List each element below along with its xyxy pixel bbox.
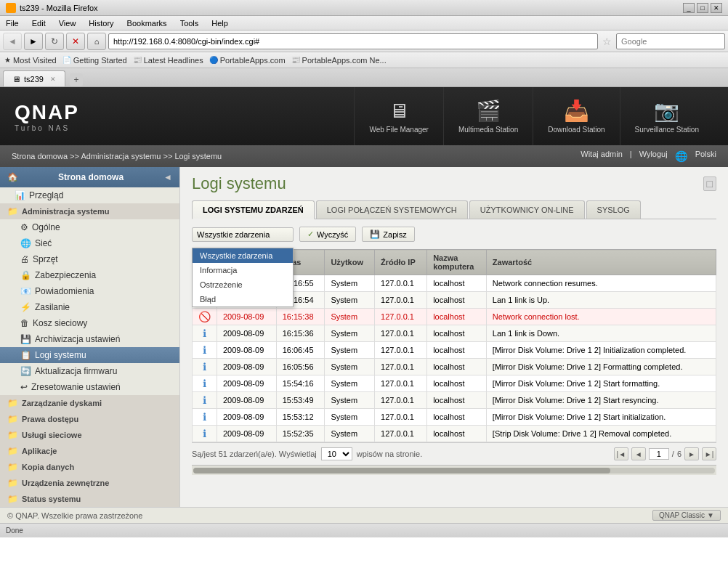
prev-page-btn[interactable]: ◄ [631, 447, 646, 460]
sidebar-collapse-btn[interactable]: ◄ [163, 172, 172, 182]
nav-surveillance-station[interactable]: 📷 Surveillance Station [620, 87, 713, 145]
filter-select[interactable]: Wszystkie zdarzenia Informacja Ostrzeżen… [192, 227, 294, 242]
sidebar-item-sprzet[interactable]: 🖨 Sprzęt [0, 251, 179, 267]
pagination-row: Są/jest 51 zdarzeń(a/e). Wyświetlaj 10 2… [192, 442, 716, 465]
portableapps-icon: 🔵 [209, 56, 218, 64]
logout-link[interactable]: Wyloguj [639, 150, 668, 163]
page-separator: / [672, 450, 674, 458]
maximize-btn[interactable]: □ [697, 3, 708, 13]
sidebar-section-uslugi[interactable]: 📁 Usługi sieciowe [0, 427, 179, 443]
menu-view[interactable]: View [56, 17, 79, 29]
tab-logi-zdarzen[interactable]: LOGI SYSTEMU ZDARZEŃ [192, 200, 315, 219]
next-page-btn[interactable]: ► [684, 447, 699, 460]
bookmark-portableapps-ne[interactable]: 📰 PortableApps.com Ne... [291, 56, 387, 65]
bookmark-latest-headlines[interactable]: 📰 Latest Headlines [133, 56, 203, 65]
menu-file[interactable]: File [3, 17, 22, 29]
sidebar-item-powiadomienia[interactable]: 📧 Powiadomienia [0, 283, 179, 299]
sidebar-section-aplikacje[interactable]: 📁 Aplikacje [0, 443, 179, 459]
home-btn[interactable]: ⌂ [87, 33, 106, 50]
search-input[interactable] [616, 33, 725, 49]
tab-syslog[interactable]: SYSLOG [586, 200, 641, 219]
maximize-window-btn[interactable]: □ [703, 176, 716, 191]
qnap-app: QNAP Turbo NAS 🖥 Web File Manager 🎬 Mult… [0, 87, 728, 523]
reload-btn[interactable]: ↻ [45, 33, 64, 50]
sidebar-section-status[interactable]: 📁 Status systemu [0, 491, 179, 507]
dropdown-item-info[interactable]: Informacja [193, 263, 293, 277]
bookmark-star-icon[interactable]: ☆ [602, 36, 612, 47]
sidebar-item-archiwizacja[interactable]: 💾 Archiwizacja ustawień [0, 331, 179, 347]
dropdown-item-error[interactable]: Błąd [193, 292, 293, 306]
dropdown-item-warn[interactable]: Ostrzeżenie [193, 277, 293, 292]
first-page-btn[interactable]: |◄ [614, 447, 628, 460]
sidebar-section-dyski[interactable]: 📁 Zarządzanie dyskami [0, 395, 179, 411]
folder-icon: 📁 [7, 478, 18, 488]
sidebar-section-kopia[interactable]: 📁 Kopia danych [0, 459, 179, 475]
save-btn[interactable]: 💾 Zapisz [362, 227, 414, 242]
sidebar-item-aktualizacja[interactable]: 🔄 Aktualizacja firmwaru [0, 363, 179, 379]
log-ip: 127.0.0.1 [375, 309, 427, 325]
sidebar-item-ogolne[interactable]: ⚙ Ogólne [0, 219, 179, 235]
tab-uzytkownicy[interactable]: UŻYTKOWNICY ON-LINE [469, 200, 585, 219]
back-btn[interactable]: ◄ [3, 33, 22, 50]
section-label: Zarządzanie dyskami [22, 399, 102, 407]
browser-statusbar: Done [0, 523, 728, 537]
log-user: System [325, 426, 375, 442]
menu-help[interactable]: Help [209, 17, 231, 29]
log-host: localhost [427, 325, 487, 342]
menu-bookmarks[interactable]: Bookmarks [124, 17, 170, 29]
log-ip: 127.0.0.1 [375, 375, 427, 392]
sidebar-item-logi[interactable]: 📋 Logi systemu [0, 347, 179, 363]
main-content: Logi systemu □ LOGI SYSTEMU ZDARZEŃ LOGI… [180, 167, 728, 507]
qnap-header: QNAP Turbo NAS 🖥 Web File Manager 🎬 Mult… [0, 87, 728, 145]
table-row: 🚫 2009-08-09 16:15:38 System 127.0.0.1 l… [193, 309, 716, 325]
tab-label: ts239 [24, 75, 44, 84]
last-page-btn[interactable]: ►| [702, 447, 716, 460]
dropdown-item-all[interactable]: Wszystkie zdarzenia [193, 248, 293, 263]
nav-multimedia-station[interactable]: 🎬 Multimedia Station [443, 87, 533, 145]
qnap-classic-btn[interactable]: QNAP Classic ▼ [652, 510, 721, 521]
log-user: System [325, 325, 375, 342]
home-icon: 🏠 [7, 172, 18, 182]
forward-btn[interactable]: ► [24, 33, 43, 50]
page-size-select[interactable]: 10 25 50 [321, 447, 352, 460]
sidebar-item-siec[interactable]: 🌐 Sieć [0, 235, 179, 251]
sidebar-item-zasilanie[interactable]: ⚡ Zasilanie [0, 299, 179, 315]
log-date: 2009-08-09 [217, 426, 277, 442]
nav-download-station[interactable]: 📥 Download Station [533, 87, 619, 145]
log-content: Network connection lost. [486, 309, 716, 325]
address-bar[interactable] [108, 33, 598, 49]
tab-logi-polaczen[interactable]: LOGI POŁĄCZEŃ SYSTEMOWYCH [316, 200, 468, 219]
sidebar-item-przeglad[interactable]: 📊 Przegląd [0, 187, 179, 203]
sidebar-item-kosz[interactable]: 🗑 Kosz sieciowy [0, 315, 179, 331]
col-content: Zawartość [486, 250, 716, 275]
horizontal-scrollbar[interactable] [192, 465, 716, 475]
bookmark-most-visited[interactable]: ★ Most Visited [4, 56, 57, 65]
tab-bar: LOGI SYSTEMU ZDARZEŃ LOGI POŁĄCZEŃ SYSTE… [192, 200, 716, 219]
sidebar-section-admin[interactable]: 📁 Administracja systemu [0, 203, 179, 219]
tab-close-icon[interactable]: ✕ [50, 76, 56, 83]
log-ip: 127.0.0.1 [375, 409, 427, 426]
close-btn[interactable]: ✕ [711, 3, 722, 13]
nav-web-file-manager[interactable]: 🖥 Web File Manager [354, 87, 443, 145]
new-tab-btn[interactable]: + [70, 73, 83, 86]
sidebar-section-prawa[interactable]: 📁 Prawa dostępu [0, 411, 179, 427]
page-number-input[interactable] [649, 448, 669, 460]
sidebar-item-zabezpieczenia[interactable]: 🔒 Zabezpieczenia [0, 267, 179, 283]
log-content: [Mirror Disk Volume: Drive 1 2] Initiali… [486, 342, 716, 359]
minimize-btn[interactable]: _ [683, 3, 695, 13]
lang-label: Polski [695, 150, 716, 163]
sidebar-section-urzadzenia[interactable]: 📁 Urządzenia zewnętrzne [0, 475, 179, 491]
sidebar-item-zresetowanie[interactable]: ↩ Zresetowanie ustawień [0, 379, 179, 395]
reset-icon: ↩ [20, 382, 28, 392]
menu-history[interactable]: History [86, 17, 116, 29]
bookmark-getting-started[interactable]: 📄 Getting Started [62, 56, 127, 65]
stop-btn[interactable]: ✕ [66, 33, 85, 50]
table-row: ℹ 2009-08-09 16:06:45 System 127.0.0.1 l… [193, 342, 716, 359]
breadcrumb-separator: | [630, 150, 632, 163]
menu-tools[interactable]: Tools [177, 17, 202, 29]
clear-btn[interactable]: ✓ Wyczyść [299, 227, 356, 242]
filter-select-wrapper: Wszystkie zdarzenia Informacja Ostrzeżen… [192, 227, 294, 242]
tab-ts239[interactable]: 🖥 ts239 ✕ [3, 70, 65, 86]
menu-edit[interactable]: Edit [29, 17, 49, 29]
bookmark-portableapps[interactable]: 🔵 PortableApps.com [209, 56, 286, 65]
